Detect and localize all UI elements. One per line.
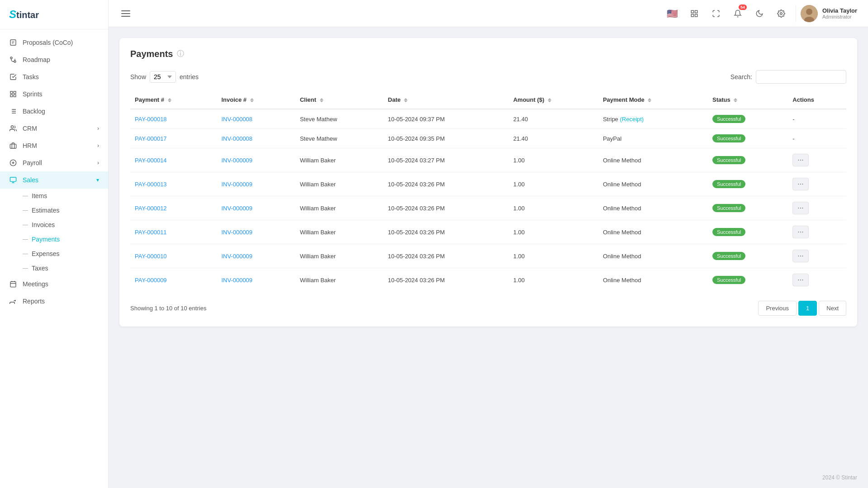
- sidebar-item-backlog[interactable]: Backlog: [0, 103, 108, 120]
- col-status[interactable]: Status: [708, 91, 788, 109]
- cell-payment-num: PAY-000017: [130, 129, 217, 148]
- cell-payment-mode: Online Method: [598, 148, 708, 172]
- entries-select[interactable]: 25 10 50 100: [150, 71, 176, 83]
- action-menu-button[interactable]: ···: [792, 154, 808, 166]
- sidebar-item-roadmap[interactable]: Roadmap: [0, 51, 108, 68]
- cell-actions: ···: [788, 268, 846, 292]
- col-payment-num[interactable]: Payment #: [130, 91, 217, 109]
- page-1-button[interactable]: 1: [798, 301, 817, 316]
- next-button[interactable]: Next: [819, 301, 846, 316]
- payment-num-link[interactable]: PAY-000013: [135, 181, 167, 188]
- cell-payment-num: PAY-000012: [130, 196, 217, 220]
- sidebar-item-payments[interactable]: Payments: [23, 232, 108, 246]
- receipt-link[interactable]: (Receipt): [620, 116, 644, 123]
- payment-num-link[interactable]: PAY-000012: [135, 205, 167, 212]
- fullscreen-icon[interactable]: [709, 6, 723, 21]
- action-menu-button[interactable]: ···: [792, 226, 808, 238]
- invoice-num-link[interactable]: INV-000009: [221, 205, 252, 212]
- chevron-down-icon: ▾: [96, 177, 99, 183]
- sidebar-item-items[interactable]: Items: [23, 189, 108, 203]
- action-menu-button[interactable]: ···: [792, 250, 808, 262]
- table-row: PAY-000013 INV-000009 William Baker 10-0…: [130, 172, 846, 196]
- col-amount[interactable]: Amount ($): [509, 91, 598, 109]
- payment-num-link[interactable]: PAY-000014: [135, 157, 167, 164]
- cell-amount: 1.00: [509, 244, 598, 268]
- invoice-num-link[interactable]: INV-000009: [221, 229, 252, 236]
- flag-icon[interactable]: 🇺🇸: [665, 6, 680, 21]
- sidebar-item-tasks[interactable]: Tasks: [0, 68, 108, 85]
- col-date[interactable]: Date: [384, 91, 509, 109]
- table-header: Payment # Invoice # Client Date: [130, 91, 846, 109]
- page-title: Payments: [130, 49, 173, 59]
- cell-client: William Baker: [295, 220, 384, 244]
- settings-icon[interactable]: [774, 6, 788, 21]
- invoice-num-link[interactable]: INV-000008: [221, 135, 252, 142]
- sidebar-item-invoices[interactable]: Invoices: [23, 218, 108, 232]
- payment-num-link[interactable]: PAY-000018: [135, 116, 167, 123]
- svg-rect-18: [695, 14, 697, 16]
- menu-toggle-button[interactable]: [119, 9, 132, 19]
- payment-num-link[interactable]: PAY-000010: [135, 253, 167, 260]
- svg-point-19: [780, 12, 783, 14]
- cell-amount: 1.00: [509, 268, 598, 292]
- payment-num-link[interactable]: PAY-000017: [135, 135, 167, 142]
- cell-amount: 1.00: [509, 172, 598, 196]
- invoice-num-link[interactable]: INV-000009: [221, 253, 252, 260]
- payment-num-link[interactable]: PAY-000011: [135, 229, 167, 236]
- payment-num-link[interactable]: PAY-000009: [135, 277, 167, 284]
- user-profile[interactable]: Olivia Taylor Administrator: [796, 5, 857, 22]
- sidebar-item-label: CRM: [23, 125, 37, 132]
- action-menu-button[interactable]: ···: [792, 178, 808, 190]
- action-menu-button[interactable]: ···: [792, 274, 808, 286]
- footer: 2024 © Stintar: [109, 467, 868, 488]
- meetings-icon: [9, 280, 17, 288]
- sidebar-item-proposals[interactable]: Proposals (CoCo): [0, 34, 108, 51]
- sidebar-item-crm[interactable]: CRM ›: [0, 120, 108, 137]
- estimates-label: Estimates: [32, 207, 59, 214]
- cell-payment-mode: Online Method: [598, 244, 708, 268]
- search-row: Search:: [730, 70, 846, 84]
- tasks-icon: [9, 73, 17, 81]
- table-row: PAY-000011 INV-000009 William Baker 10-0…: [130, 220, 846, 244]
- col-client[interactable]: Client: [295, 91, 384, 109]
- invoice-num-link[interactable]: INV-000009: [221, 181, 252, 188]
- sidebar-item-taxes[interactable]: Taxes: [23, 261, 108, 275]
- cell-payment-mode: Online Method: [598, 220, 708, 244]
- cell-payment-num: PAY-000010: [130, 244, 217, 268]
- invoice-num-link[interactable]: INV-000009: [221, 277, 252, 284]
- col-payment-mode[interactable]: Payment Mode: [598, 91, 708, 109]
- notification-icon[interactable]: 54: [730, 6, 745, 21]
- cell-payment-mode: Online Method: [598, 172, 708, 196]
- invoice-num-link[interactable]: INV-000009: [221, 157, 252, 164]
- table-body: PAY-000018 INV-000008 Steve Mathew 10-05…: [130, 109, 846, 292]
- search-input[interactable]: [756, 70, 846, 84]
- sidebar-item-sales[interactable]: Sales ▾: [0, 171, 108, 189]
- cell-status: Successful: [708, 109, 788, 129]
- sidebar-item-hrm[interactable]: HRM ›: [0, 137, 108, 154]
- sidebar-item-payroll[interactable]: Payroll ›: [0, 154, 108, 171]
- table-row: PAY-000012 INV-000009 William Baker 10-0…: [130, 196, 846, 220]
- sidebar-item-meetings[interactable]: Meetings: [0, 275, 108, 293]
- sidebar-item-sprints[interactable]: Sprints: [0, 85, 108, 103]
- cell-payment-mode: Stripe (Receipt): [598, 109, 708, 129]
- chevron-right-icon: ›: [97, 125, 99, 132]
- info-icon[interactable]: ⓘ: [177, 49, 184, 59]
- previous-button[interactable]: Previous: [758, 301, 797, 316]
- cell-amount: 1.00: [509, 220, 598, 244]
- cell-payment-num: PAY-000014: [130, 148, 217, 172]
- backlog-icon: [9, 107, 17, 115]
- sidebar-item-estimates[interactable]: Estimates: [23, 203, 108, 218]
- apps-icon[interactable]: [687, 6, 702, 21]
- svg-rect-11: [10, 282, 16, 287]
- invoice-num-link[interactable]: INV-000008: [221, 116, 252, 123]
- theme-icon[interactable]: [752, 6, 767, 21]
- col-invoice-num[interactable]: Invoice #: [217, 91, 295, 109]
- header-right: 🇺🇸 54: [665, 5, 857, 22]
- cell-amount: 21.40: [509, 109, 598, 129]
- action-menu-button[interactable]: ···: [792, 202, 808, 214]
- sidebar-item-reports[interactable]: Reports: [0, 293, 108, 310]
- sidebar-item-expenses[interactable]: Expenses: [23, 246, 108, 261]
- col-actions: Actions: [788, 91, 846, 109]
- cell-payment-mode: Online Method: [598, 268, 708, 292]
- chevron-right-icon: ›: [97, 160, 99, 166]
